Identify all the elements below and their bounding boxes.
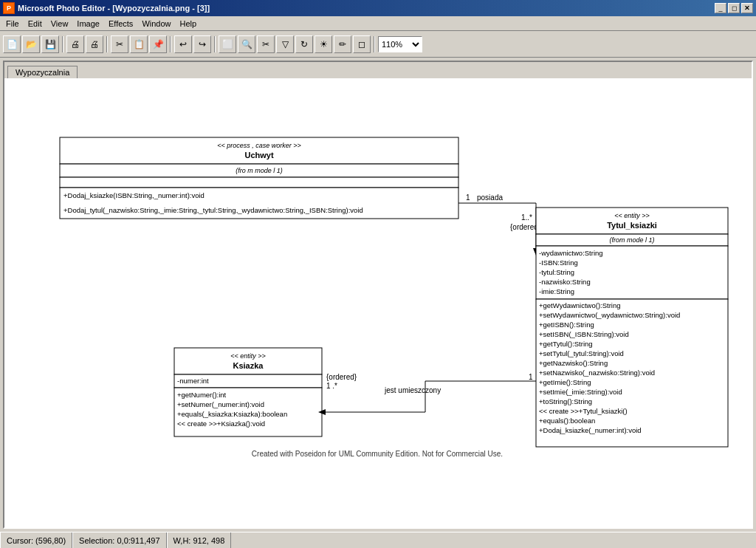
svg-rect-2 [60, 177, 458, 188]
tytul-attr5: -imie:String [539, 287, 574, 295]
save-button[interactable]: 💾 [41, 35, 59, 53]
brightness-button[interactable]: ☀ [315, 35, 332, 53]
doc-canvas: << process , case worker >> Uchwyt (fro … [4, 78, 752, 527]
toolbar-separator-2 [106, 36, 108, 52]
uchwyt-stereotype: << process , case worker >> [217, 142, 301, 149]
main-area: Wypozyczalnia << process , case worker >… [0, 58, 756, 532]
mult-1-to: 1..* [521, 213, 532, 222]
toolbar-separator-1 [62, 36, 63, 52]
ksiazka-name: Ksiazka [233, 361, 264, 370]
minimize-button[interactable]: _ [715, 3, 726, 13]
restore-button[interactable]: ◻ [728, 3, 740, 13]
toolbar-separator-5 [374, 36, 375, 52]
assoc-label2: jest umieszczony [384, 386, 441, 394]
toolbar-separator-3 [170, 36, 171, 52]
ksiazka-stereotype: << entity >> [230, 352, 266, 360]
menu-edit[interactable]: Edit [24, 18, 47, 30]
uchwyt-method2: +Dodaj_tytul(_nazwisko:String,_imie:Stri… [63, 206, 363, 214]
tytul-attr3: -tytul:String [539, 268, 574, 276]
menu-help[interactable]: Help [176, 18, 202, 30]
tytul-m1: +getWydawnictwo():String [539, 301, 621, 309]
assoc-ordered-2: {ordered} [326, 373, 357, 381]
menu-image[interactable]: Image [72, 18, 104, 30]
doc-tab-bar: Wypozyczalnia [4, 62, 752, 78]
tytul-m12: << create >>+Tytul_ksiazki() [539, 407, 628, 415]
menu-window[interactable]: Window [137, 18, 175, 30]
tytul-m4: +setISBN(_ISBN:String):void [539, 330, 629, 338]
document-window: Wypozyczalnia << process , case worker >… [3, 61, 753, 529]
ksiazka-m2: +setNumer(_numer:int):void [177, 400, 264, 408]
title-bar-buttons: _ ◻ ✕ [715, 3, 753, 13]
zoom-tool-button[interactable]: 🔍 [238, 35, 255, 53]
status-cursor: Cursor: (596,80) [0, 532, 72, 548]
select-button[interactable]: ⬜ [219, 35, 236, 53]
redo-button[interactable]: ↪ [193, 35, 211, 53]
tytul-attr2: -ISBN:String [539, 258, 578, 267]
zoom-select[interactable]: 110% 25% 50% 75% 100% 125% 150% 200% [378, 36, 422, 52]
tytul-m10: +setImie(_imie:String):void [539, 388, 622, 396]
assoc-label-posiada: posiada [477, 193, 503, 202]
tytul-m6: +setTytul(_tytul:String):void [539, 349, 624, 357]
tytul-m3: +getISBN():String [539, 321, 594, 329]
print2-button[interactable]: 🖨 [86, 35, 103, 53]
tytul-m9: +getImie():String [539, 378, 591, 386]
toolbar-separator-4 [214, 36, 216, 52]
status-wh: W,H: 912, 498 [167, 532, 232, 548]
tytul-m7: +getNazwisko():String [539, 359, 608, 367]
uml-diagram: << process , case worker >> Uchwyt (fro … [19, 93, 735, 462]
doc-tab-wypozyczalnia[interactable]: Wypozyczalnia [7, 66, 78, 79]
tytul-m2: +setWydawnictwo(_wydawnictwo:String):voi… [539, 311, 680, 319]
print-button[interactable]: 🖨 [66, 35, 84, 53]
tytul-m13: +equals():boolean [539, 417, 595, 425]
mult-1-right: 1 [529, 373, 533, 381]
watermark-text: Created with Poseidon for UML Community … [252, 450, 503, 458]
menu-effects[interactable]: Effects [104, 18, 137, 30]
uchwyt-name: Uchwyt [244, 151, 273, 160]
tytul-attr1: -wydawnictwo:String [539, 249, 603, 257]
cut-button[interactable]: ✂ [111, 35, 128, 53]
ksiazka-m3: +equals(_ksiazka:Ksiazka):boolean [177, 410, 287, 418]
tytul-m5: +getTytul():String [539, 340, 593, 348]
tytul-name: Tytul_ksiazki [607, 221, 657, 230]
open-button[interactable]: 📂 [22, 35, 40, 53]
uchwyt-method1: +Dodaj_ksiazke(ISBN:String,_numer:int):v… [63, 191, 205, 199]
paste-button[interactable]: 📌 [149, 35, 167, 53]
tytul-stereotype: << entity >> [614, 212, 650, 219]
copy-button[interactable]: 📋 [130, 35, 148, 53]
status-selection: Selection: 0,0:911,497 [72, 532, 166, 548]
undo-button[interactable]: ↩ [174, 35, 192, 53]
app-icon: P [3, 2, 15, 14]
crop-button[interactable]: ✂ [257, 35, 275, 53]
title-bar: P Microsoft Photo Editor - [Wypozyczalni… [0, 0, 756, 16]
uchwyt-frommodel: (fro m mode l 1) [236, 167, 283, 174]
ksiazka-m1: +getNumer():int [177, 391, 227, 399]
ksiazka-attr1: -numer:int [177, 377, 209, 385]
tytul-m8: +setNazwisko(_nazwisko:String):void [539, 369, 655, 377]
menu-bar: File Edit View Image Effects Window Help [0, 16, 756, 31]
mult-ordered-2: 1 .* [326, 382, 337, 390]
mult-1-from: 1 [466, 193, 470, 202]
title-bar-text: Microsoft Photo Editor - [Wypozyczalnia.… [18, 4, 210, 13]
ksiazka-m4: << create >>+Ksiazka():void [177, 419, 265, 428]
tytul-frommodel: (from mode l 1) [609, 236, 654, 244]
new-button[interactable]: 📄 [3, 35, 21, 53]
close-button[interactable]: ✕ [741, 3, 753, 13]
rotate-button[interactable]: ↻ [295, 35, 313, 53]
eraser-button[interactable]: ◻ [353, 35, 371, 53]
pen-button[interactable]: ✏ [334, 35, 351, 53]
tytul-m11: +toString():String [539, 397, 592, 405]
filter-button[interactable]: ▽ [276, 35, 294, 53]
tytul-attr4: -nazwisko:String [539, 278, 591, 286]
tytul-m14: +Dodaj_ksiazke(_numer:int):void [539, 426, 642, 434]
status-bar: Cursor: (596,80) Selection: 0,0:911,497 … [0, 532, 756, 548]
toolbar: 📄 📂 💾 🖨 🖨 ✂ 📋 📌 ↩ ↪ ⬜ 🔍 ✂ ▽ ↻ ☀ ✏ ◻ 110%… [0, 31, 756, 58]
menu-view[interactable]: View [47, 18, 73, 30]
menu-file[interactable]: File [1, 18, 24, 30]
